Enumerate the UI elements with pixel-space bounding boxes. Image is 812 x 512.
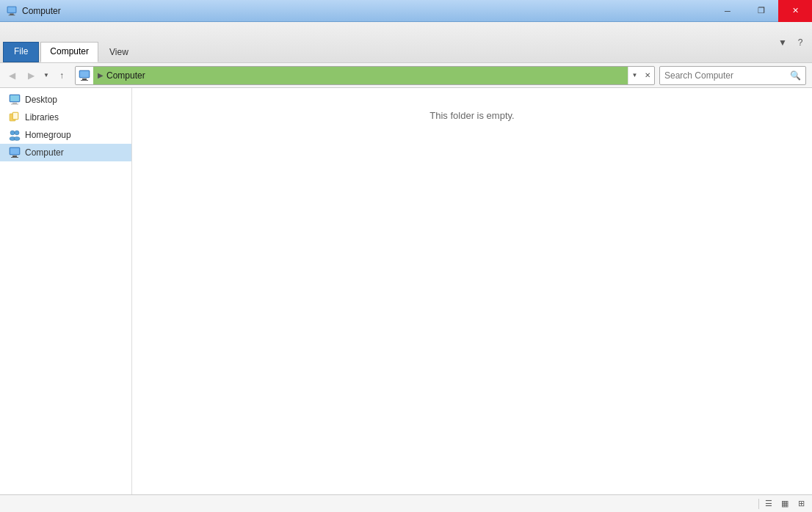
ribbon-help-button[interactable]: ? bbox=[793, 35, 808, 50]
libraries-icon bbox=[9, 111, 21, 123]
svg-rect-7 bbox=[81, 80, 88, 81]
sidebar-item-homegroup[interactable]: Homegroup bbox=[0, 126, 131, 144]
search-icon[interactable]: 🔍 bbox=[790, 70, 801, 81]
desktop-icon bbox=[9, 94, 21, 106]
forward-button[interactable]: ▶ bbox=[22, 67, 40, 84]
address-text: Computer bbox=[106, 70, 145, 81]
tab-file[interactable]: File bbox=[3, 42, 39, 62]
svg-rect-1 bbox=[8, 7, 16, 12]
svg-rect-2 bbox=[10, 13, 13, 15]
address-dropdown-button[interactable]: ▼ bbox=[628, 67, 641, 84]
minimize-button[interactable]: ─ bbox=[711, 0, 744, 22]
view-list-button[interactable]: ☰ bbox=[762, 497, 775, 511]
tab-view[interactable]: View bbox=[100, 42, 138, 62]
ribbon-right: ▼ ? bbox=[775, 22, 812, 62]
nav-dropdown-button[interactable]: ▼ bbox=[41, 67, 51, 84]
svg-rect-22 bbox=[11, 157, 18, 158]
sidebar-item-label: Desktop bbox=[25, 95, 57, 105]
up-button[interactable]: ↑ bbox=[53, 67, 70, 84]
search-input[interactable] bbox=[664, 70, 787, 81]
content-area: This folder is empty. bbox=[132, 88, 812, 494]
svg-point-16 bbox=[15, 131, 19, 135]
svg-rect-21 bbox=[12, 156, 17, 157]
sidebar-item-desktop[interactable]: Desktop bbox=[0, 91, 131, 109]
ribbon-expand-button[interactable]: ▼ bbox=[775, 35, 790, 50]
title-bar: Computer ─ ❐ ✕ bbox=[0, 0, 812, 22]
view-icon-button[interactable]: ⊞ bbox=[794, 497, 808, 511]
status-divider bbox=[758, 499, 759, 509]
title-bar-left: Computer bbox=[6, 5, 61, 17]
sidebar-item-computer[interactable]: Computer bbox=[0, 144, 131, 161]
homegroup-icon bbox=[9, 129, 21, 141]
svg-point-15 bbox=[10, 131, 15, 135]
computer-icon bbox=[9, 147, 21, 158]
tab-computer[interactable]: Computer bbox=[40, 42, 98, 62]
title-icon bbox=[6, 5, 18, 17]
svg-rect-10 bbox=[12, 103, 17, 104]
address-path-arrow: ▶ bbox=[98, 71, 104, 79]
title-controls: ─ ❐ ✕ bbox=[711, 0, 812, 22]
status-bar: ☰ ▦ ⊞ bbox=[0, 494, 812, 512]
sidebar-item-label: Homegroup bbox=[25, 130, 71, 140]
svg-rect-5 bbox=[80, 71, 89, 77]
back-button[interactable]: ◀ bbox=[3, 67, 21, 84]
nav-bar: ◀ ▶ ▼ ↑ ▶ Computer ▼ ✕ 🔍 bbox=[0, 63, 812, 88]
sidebar-item-label: Computer bbox=[25, 147, 64, 158]
view-detail-button[interactable]: ▦ bbox=[778, 497, 791, 511]
svg-rect-20 bbox=[10, 148, 19, 154]
empty-folder-message: This folder is empty. bbox=[429, 110, 514, 121]
address-bar-right: ▼ ✕ bbox=[628, 67, 654, 84]
svg-point-18 bbox=[14, 137, 20, 141]
address-bar[interactable]: ▶ Computer ▼ ✕ bbox=[75, 66, 655, 85]
sidebar: Desktop Libraries Homegroup bbox=[0, 88, 132, 494]
address-path: ▶ Computer bbox=[93, 67, 628, 84]
title-text: Computer bbox=[22, 6, 61, 16]
svg-rect-11 bbox=[11, 104, 18, 105]
sidebar-item-libraries[interactable]: Libraries bbox=[0, 109, 131, 126]
svg-rect-3 bbox=[9, 15, 15, 15]
svg-rect-6 bbox=[82, 78, 87, 80]
restore-button[interactable]: ❐ bbox=[744, 0, 778, 22]
ribbon-tabs: File Computer View bbox=[0, 22, 142, 62]
address-computer-icon bbox=[76, 67, 93, 84]
svg-rect-9 bbox=[10, 95, 19, 101]
search-bar[interactable]: 🔍 bbox=[659, 66, 806, 85]
close-button[interactable]: ✕ bbox=[778, 0, 812, 22]
sidebar-item-label: Libraries bbox=[25, 112, 59, 122]
main-area: Desktop Libraries Homegroup bbox=[0, 88, 812, 494]
ribbon: File Computer View ▼ ? bbox=[0, 22, 812, 63]
address-clear-button[interactable]: ✕ bbox=[641, 67, 654, 84]
svg-rect-14 bbox=[13, 113, 18, 119]
